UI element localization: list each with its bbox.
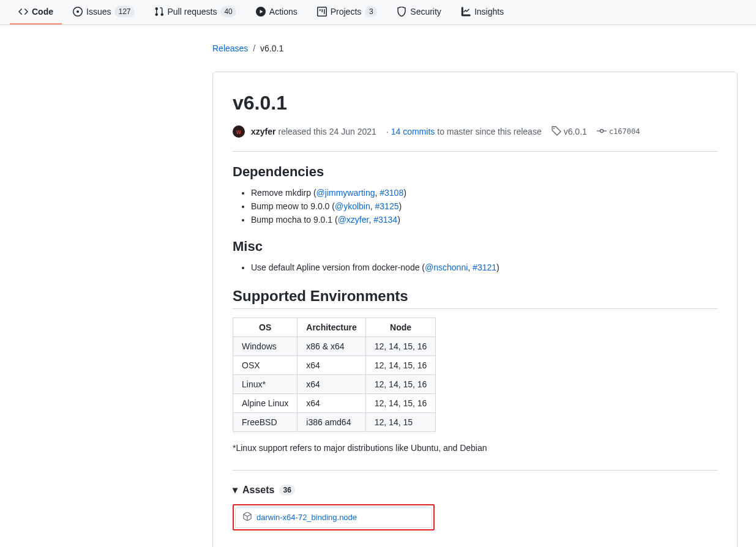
tab-code[interactable]: Code xyxy=(10,0,62,24)
environments-table: OS Architecture Node Windowsx86 & x6412,… xyxy=(233,318,436,432)
tab-label: Insights xyxy=(474,7,504,17)
linux-footnote: *Linux support refers to major distribut… xyxy=(233,443,717,453)
commits-link[interactable]: 14 commits xyxy=(391,127,435,136)
table-header-row: OS Architecture Node xyxy=(233,318,436,337)
tab-label: Pull requests xyxy=(168,7,217,17)
supported-heading: Supported Environments xyxy=(233,288,717,309)
misc-heading: Misc xyxy=(233,239,717,255)
breadcrumb-current: v6.0.1 xyxy=(260,43,283,53)
package-icon xyxy=(243,512,252,523)
mention-link[interactable]: @xzyfer xyxy=(338,215,369,225)
tab-label: Actions xyxy=(269,7,298,17)
misc-list: Use default Apline version from docker-n… xyxy=(251,261,717,274)
mention-link[interactable]: @ykolbin xyxy=(335,201,370,211)
table-row: FreeBSDi386 amd6412, 14, 15 xyxy=(233,413,436,432)
shield-icon xyxy=(397,7,406,17)
release-container: v6.0.1 xzyfer released this 24 Jun 2021 … xyxy=(212,72,738,547)
avatar[interactable] xyxy=(233,125,245,138)
table-row: Alpine Linuxx6412, 14, 15, 16 xyxy=(233,394,436,413)
assets-section: ▾ Assets 36 darwin-x64-72_binding.node xyxy=(233,470,717,530)
assets-label: Assets xyxy=(242,485,274,496)
tag-label: v6.0.1 xyxy=(564,127,587,136)
breadcrumb-releases-link[interactable]: Releases xyxy=(212,43,248,53)
pulls-count: 40 xyxy=(220,6,236,17)
author-block: xzyfer released this 24 Jun 2021 xyxy=(233,125,376,138)
commit-sha: c167004 xyxy=(609,127,640,136)
tab-insights[interactable]: Insights xyxy=(452,0,512,24)
code-icon xyxy=(18,7,28,17)
released-text: released this 24 Jun 2021 xyxy=(278,127,376,136)
table-row: Linux*x6412, 14, 15, 16 xyxy=(233,375,436,394)
mention-link[interactable]: @jimmywarting xyxy=(316,188,375,198)
mention-link[interactable]: @nschonni xyxy=(425,262,468,272)
commit-icon xyxy=(597,126,607,138)
issues-count: 127 xyxy=(114,6,134,17)
svg-point-1 xyxy=(553,128,555,129)
projects-count: 3 xyxy=(365,6,377,17)
issue-icon xyxy=(73,7,83,17)
tab-issues[interactable]: Issues 127 xyxy=(64,0,143,24)
list-item: Bump meow to 9.0.0 (@ykolbin, #3125) xyxy=(251,199,717,213)
tab-projects[interactable]: Projects 3 xyxy=(309,0,386,24)
list-item: Use default Apline version from docker-n… xyxy=(251,261,717,274)
play-icon xyxy=(256,7,266,17)
repo-tabs: Code Issues 127 Pull requests 40 Actions… xyxy=(0,0,756,25)
issue-link[interactable]: #3121 xyxy=(473,262,496,272)
release-meta: xzyfer released this 24 Jun 2021 · 14 co… xyxy=(233,125,717,152)
commits-block: · 14 commits to master since this releas… xyxy=(386,127,542,136)
project-icon xyxy=(317,7,327,17)
commit-block[interactable]: c167004 xyxy=(597,126,640,138)
issue-link[interactable]: #3125 xyxy=(375,201,399,211)
list-item: Remove mkdirp (@jimmywarting, #3108) xyxy=(251,186,717,199)
release-title: v6.0.1 xyxy=(233,92,717,114)
author-link[interactable]: xzyfer xyxy=(251,127,275,136)
table-row: OSXx6412, 14, 15, 16 xyxy=(233,356,436,375)
svg-point-2 xyxy=(600,129,603,132)
breadcrumb: Releases / v6.0.1 xyxy=(212,43,738,53)
tag-block[interactable]: v6.0.1 xyxy=(552,126,587,138)
issue-link[interactable]: #3134 xyxy=(373,215,397,225)
tab-pulls[interactable]: Pull requests 40 xyxy=(146,0,245,24)
tab-security[interactable]: Security xyxy=(388,0,450,24)
highlighted-asset: darwin-x64-72_binding.node xyxy=(233,504,435,530)
asset-row[interactable]: darwin-x64-72_binding.node xyxy=(235,507,432,528)
tab-label: Code xyxy=(32,7,53,17)
commits-suffix: to master since this release xyxy=(437,127,541,136)
dependencies-heading: Dependencies xyxy=(233,164,717,180)
th-os: OS xyxy=(233,318,298,337)
tab-actions[interactable]: Actions xyxy=(247,0,306,24)
breadcrumb-sep: / xyxy=(250,43,258,53)
assets-toggle[interactable]: ▾ Assets 36 xyxy=(233,484,717,496)
pull-request-icon xyxy=(154,7,164,17)
tag-icon xyxy=(552,126,561,138)
svg-point-0 xyxy=(77,10,79,13)
table-row: Windowsx86 & x6412, 14, 15, 16 xyxy=(233,337,436,356)
commits-prefix: · xyxy=(386,127,389,136)
caret-down-icon: ▾ xyxy=(233,484,238,496)
list-item: Bump mocha to 9.0.1 (@xzyfer, #3134) xyxy=(251,213,717,226)
issue-link[interactable]: #3108 xyxy=(380,188,403,198)
graph-icon xyxy=(461,7,471,17)
tab-label: Security xyxy=(410,7,441,17)
assets-count: 36 xyxy=(279,485,294,496)
tab-label: Projects xyxy=(331,7,362,17)
th-node: Node xyxy=(365,318,436,337)
asset-link[interactable]: darwin-x64-72_binding.node xyxy=(256,513,357,522)
tab-label: Issues xyxy=(86,7,111,17)
th-arch: Architecture xyxy=(298,318,365,337)
dependencies-list: Remove mkdirp (@jimmywarting, #3108) Bum… xyxy=(251,186,717,226)
